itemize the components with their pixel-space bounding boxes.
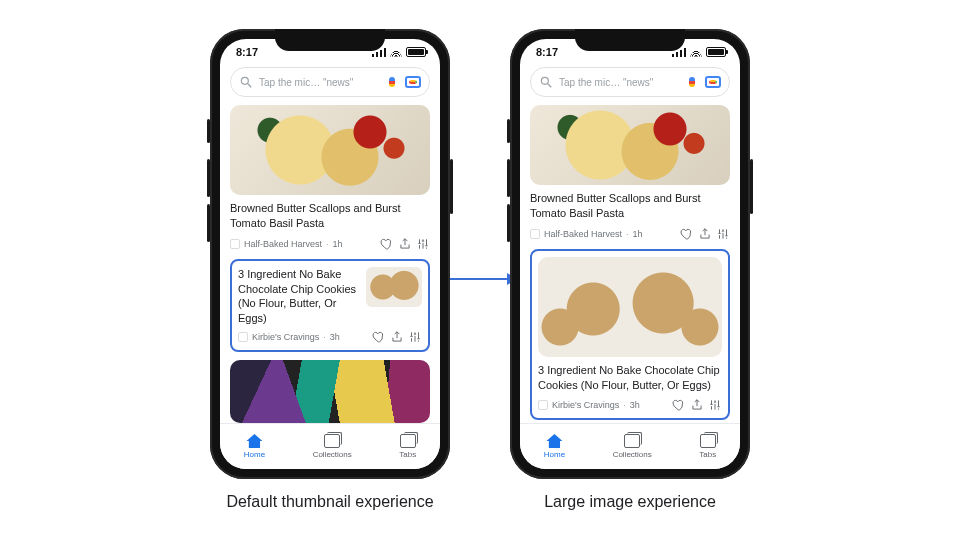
discover-feed[interactable]: Browned Butter Scallops and Burst Tomato…: [220, 105, 440, 423]
search-icon: [239, 75, 253, 89]
svg-point-0: [241, 77, 248, 84]
article-card-cookies-thumbnail[interactable]: 3 Ingredient No Bake Chocolate Chip Cook…: [230, 259, 430, 352]
source-favicon: [238, 332, 248, 342]
tune-icon[interactable]: [416, 237, 430, 251]
status-time: 8:17: [236, 46, 258, 58]
article-age: 1h: [633, 229, 643, 239]
share-icon[interactable]: [698, 227, 712, 241]
meta-separator: ·: [323, 332, 326, 342]
battery-icon: [706, 47, 726, 57]
article-title: 3 Ingredient No Bake Chocolate Chip Cook…: [538, 363, 722, 393]
svg-line-3: [548, 84, 552, 88]
article-card-pasta[interactable]: Browned Butter Scallops and Burst Tomato…: [530, 105, 730, 241]
svg-point-2: [541, 77, 548, 84]
search-icon: [539, 75, 553, 89]
phone-screen-right: 8:17 Tap the mic… "news" Browned Butter …: [520, 39, 740, 469]
discover-feed[interactable]: Browned Butter Scallops and Burst Tomato…: [520, 105, 740, 423]
tune-icon[interactable]: [408, 330, 422, 344]
article-title: Browned Butter Scallops and Burst Tomato…: [230, 201, 430, 231]
right-column: 8:17 Tap the mic… "news" Browned Butter …: [510, 29, 750, 511]
source-favicon: [230, 239, 240, 249]
article-image: [530, 105, 730, 185]
mic-icon[interactable]: [385, 75, 399, 89]
article-age: 3h: [630, 400, 640, 410]
article-age: 3h: [330, 332, 340, 342]
meta-separator: ·: [623, 400, 626, 410]
meta-separator: ·: [626, 229, 629, 239]
heart-icon[interactable]: [680, 227, 694, 241]
article-meta-row: Kirbie's Cravings · 3h: [238, 330, 422, 344]
source-favicon: [530, 229, 540, 239]
tab-label: Tabs: [699, 450, 716, 459]
home-icon: [246, 434, 262, 448]
article-title: Browned Butter Scallops and Burst Tomato…: [530, 191, 730, 221]
battery-icon: [406, 47, 426, 57]
phone-frame-left: 8:17 Tap the mic… "news" Browned Butter …: [210, 29, 450, 479]
article-thumbnail: [366, 267, 422, 307]
status-time: 8:17: [536, 46, 558, 58]
tab-label: Home: [244, 450, 265, 459]
tab-home[interactable]: Home: [244, 434, 265, 459]
article-image-large: [538, 257, 722, 357]
tab-tabs[interactable]: Tabs: [399, 434, 416, 459]
search-placeholder: Tap the mic… "news": [559, 77, 679, 88]
tab-label: Collections: [313, 450, 352, 459]
mic-icon[interactable]: [685, 75, 699, 89]
article-meta-row: Half-Baked Harvest · 1h: [230, 237, 430, 251]
search-bar[interactable]: Tap the mic… "news": [230, 67, 430, 97]
phone-notch: [575, 29, 685, 51]
tabs-icon: [700, 434, 716, 448]
tab-collections[interactable]: Collections: [613, 434, 652, 459]
source-favicon: [538, 400, 548, 410]
article-card-peek[interactable]: [230, 360, 430, 423]
tab-label: Collections: [613, 450, 652, 459]
article-image: [230, 105, 430, 195]
tab-label: Home: [544, 450, 565, 459]
bottom-tab-bar: Home Collections Tabs: [520, 423, 740, 469]
article-card-cookies-large[interactable]: 3 Ingredient No Bake Chocolate Chip Cook…: [530, 249, 730, 421]
article-source: Kirbie's Cravings: [252, 332, 319, 342]
share-icon[interactable]: [398, 237, 412, 251]
tab-label: Tabs: [399, 450, 416, 459]
comparison-arrow: [448, 278, 516, 280]
phone-notch: [275, 29, 385, 51]
wifi-icon: [690, 48, 702, 57]
lens-icon[interactable]: [705, 76, 721, 88]
phone-screen-left: 8:17 Tap the mic… "news" Browned Butter …: [220, 39, 440, 469]
article-meta-row: Kirbie's Cravings · 3h: [538, 398, 722, 412]
tab-collections[interactable]: Collections: [313, 434, 352, 459]
status-indicators: [372, 47, 426, 57]
tabs-icon: [400, 434, 416, 448]
search-placeholder: Tap the mic… "news": [259, 77, 379, 88]
share-icon[interactable]: [390, 330, 404, 344]
caption-left: Default thumbnail experience: [226, 493, 433, 511]
lens-icon[interactable]: [405, 76, 421, 88]
collections-icon: [324, 434, 340, 448]
tab-tabs[interactable]: Tabs: [699, 434, 716, 459]
phone-frame-right: 8:17 Tap the mic… "news" Browned Butter …: [510, 29, 750, 479]
left-column: 8:17 Tap the mic… "news" Browned Butter …: [210, 29, 450, 511]
heart-icon[interactable]: [672, 398, 686, 412]
article-meta-row: Half-Baked Harvest · 1h: [530, 227, 730, 241]
search-bar[interactable]: Tap the mic… "news": [530, 67, 730, 97]
article-source: Half-Baked Harvest: [244, 239, 322, 249]
status-indicators: [672, 47, 726, 57]
article-source: Half-Baked Harvest: [544, 229, 622, 239]
tab-home[interactable]: Home: [544, 434, 565, 459]
home-icon: [546, 434, 562, 448]
tune-icon[interactable]: [716, 227, 730, 241]
article-age: 1h: [333, 239, 343, 249]
article-source: Kirbie's Cravings: [552, 400, 619, 410]
tune-icon[interactable]: [708, 398, 722, 412]
meta-separator: ·: [326, 239, 329, 249]
wifi-icon: [390, 48, 402, 57]
heart-icon[interactable]: [372, 330, 386, 344]
collections-icon: [624, 434, 640, 448]
bottom-tab-bar: Home Collections Tabs: [220, 423, 440, 469]
article-card-pasta[interactable]: Browned Butter Scallops and Burst Tomato…: [230, 105, 430, 251]
caption-right: Large image experience: [544, 493, 716, 511]
heart-icon[interactable]: [380, 237, 394, 251]
svg-line-1: [248, 84, 252, 88]
article-title: 3 Ingredient No Bake Chocolate Chip Cook…: [238, 267, 358, 326]
share-icon[interactable]: [690, 398, 704, 412]
